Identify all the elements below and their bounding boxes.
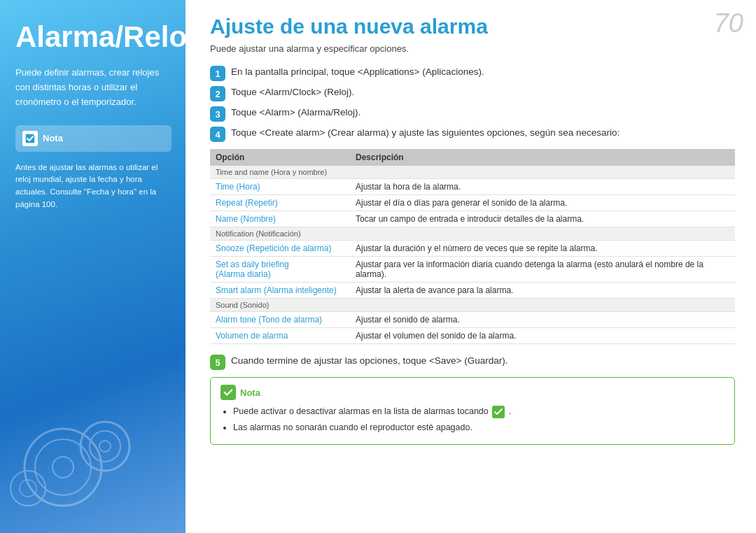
- step-num-4: 4: [210, 127, 225, 142]
- step-3: 3 Toque <Alarm> (Alarma/Reloj).: [210, 106, 735, 122]
- section-time-name: Time and name (Hora y nombre): [210, 166, 735, 179]
- main-nota-header: Nota: [220, 385, 724, 400]
- option-alarm-tone: Alarm tone (Tono de alarma): [210, 312, 350, 328]
- desc-volume: Ajustar el volumen del sonido de la alar…: [350, 328, 735, 344]
- step-1: 1 En la pantalla principal, toque <Appli…: [210, 65, 735, 81]
- option-time: Time (Hora): [210, 179, 350, 195]
- desc-repeat: Ajustar el día o días para generar el so…: [350, 195, 735, 211]
- toggle-icon: [492, 406, 505, 418]
- main-nota-items: Puede activar o desactivar alarmas en la…: [220, 405, 724, 434]
- sidebar-description: Puede definir alarmas, crear relojes con…: [15, 66, 172, 109]
- step-text-4: Toque <Create alarm> (Crear alarma) y aj…: [231, 126, 620, 140]
- nota-icon: [22, 131, 38, 146]
- option-volume: Volumen de alarma: [210, 328, 350, 344]
- step-text-5: Cuando termine de ajustar las opciones, …: [231, 354, 507, 368]
- section-notification: Notification (Notificación): [210, 227, 735, 241]
- section-notification-label: Notification (Notificación): [210, 227, 735, 241]
- desc-name: Tocar un campo de entrada e introducir d…: [350, 211, 735, 227]
- desc-snooze: Ajustar la duración y el número de veces…: [350, 241, 735, 257]
- nota-item-1: Puede activar o desactivar alarmas en la…: [233, 405, 724, 418]
- main-nota-icon: [220, 385, 236, 400]
- table-row: Smart alarm (Alarma inteligente) Ajustar…: [210, 283, 735, 299]
- desc-smart-alarm: Ajustar la alerta de avance para la alar…: [350, 283, 735, 299]
- table-row: Time (Hora) Ajustar la hora de la alarma…: [210, 179, 735, 195]
- table-row: Alarm tone (Tono de alarma) Ajustar el s…: [210, 312, 735, 328]
- main-subtitle: Puede ajustar una alarma y especificar o…: [210, 43, 735, 54]
- col-header-desc: Descripción: [350, 149, 735, 166]
- svg-point-2: [52, 457, 74, 478]
- step-4: 4 Toque <Create alarm> (Crear alarma) y …: [210, 126, 735, 142]
- section-sound: Sound (Sonido): [210, 299, 735, 312]
- steps-list: 1 En la pantalla principal, toque <Appli…: [210, 65, 735, 142]
- step-text-3: Toque <Alarm> (Alarma/Reloj).: [231, 106, 360, 120]
- step-num-5: 5: [210, 355, 225, 370]
- step-num-1: 1: [210, 66, 225, 81]
- step-5-list: 5 Cuando termine de ajustar las opciones…: [210, 354, 735, 370]
- main-title: Ajuste de una nueva alarma: [210, 14, 735, 39]
- sidebar-note-text: Antes de ajustar las alarmas o utilizar …: [15, 162, 172, 211]
- desc-time: Ajustar la hora de la alarma.: [350, 179, 735, 195]
- option-smart-alarm: Smart alarm (Alarma inteligente): [210, 283, 350, 299]
- daily-briefing-line2: (Alarma diaria): [216, 269, 271, 279]
- section-sound-label: Sound (Sonido): [210, 299, 735, 312]
- svg-point-1: [35, 439, 91, 495]
- page-number: 70: [714, 8, 743, 38]
- table-row: Name (Nombre) Tocar un campo de entrada …: [210, 211, 735, 227]
- main-nota-box: Nota Puede activar o desactivar alarmas …: [210, 377, 735, 445]
- section-time-name-label: Time and name (Hora y nombre): [210, 166, 735, 179]
- desc-daily-briefing: Ajustar para ver la información diaria c…: [350, 257, 735, 283]
- sidebar: Alarma/Reloj Puede definir alarmas, crea…: [0, 0, 186, 533]
- daily-briefing-line1: Set as daily briefing: [216, 260, 289, 269]
- options-table: Opción Descripción Time and name (Hora y…: [210, 149, 735, 344]
- main-content: 70 Ajuste de una nueva alarma Puede ajus…: [186, 0, 756, 533]
- option-repeat: Repeat (Repetir): [210, 195, 350, 211]
- nota-item-2: Las alarmas no sonarán cuando el reprodu…: [233, 421, 724, 434]
- table-row: Set as daily briefing (Alarma diaria) Aj…: [210, 257, 735, 283]
- svg-point-6: [10, 471, 46, 506]
- svg-point-5: [99, 441, 111, 452]
- table-row: Repeat (Repetir) Ajustar el día o días p…: [210, 195, 735, 211]
- option-daily-briefing: Set as daily briefing (Alarma diaria): [210, 257, 350, 283]
- decorative-gears: [7, 376, 147, 519]
- sidebar-nota-label: Nota: [43, 133, 63, 143]
- sidebar-nota-box: Nota: [15, 125, 172, 152]
- table-row: Volumen de alarma Ajustar el volumen del…: [210, 328, 735, 344]
- sidebar-title: Alarma/Reloj: [15, 21, 172, 53]
- desc-alarm-tone: Ajustar el sonido de alarma.: [350, 312, 735, 328]
- table-row: Snooze (Repetición de alarma) Ajustar la…: [210, 241, 735, 257]
- svg-point-0: [24, 429, 102, 506]
- nota-item-1-period: .: [509, 406, 511, 416]
- step-text-1: En la pantalla principal, toque <Applica…: [231, 65, 484, 79]
- main-nota-label: Nota: [240, 388, 260, 398]
- col-header-option: Opción: [210, 149, 350, 166]
- nota-item-1-text: Puede activar o desactivar alarmas en la…: [233, 406, 491, 416]
- option-name: Name (Nombre): [210, 211, 350, 227]
- step-2: 2 Toque <Alarm/Clock> (Reloj).: [210, 85, 735, 101]
- step-num-3: 3: [210, 106, 225, 122]
- step-text-2: Toque <Alarm/Clock> (Reloj).: [231, 85, 354, 99]
- step-5: 5 Cuando termine de ajustar las opciones…: [210, 354, 735, 370]
- option-snooze: Snooze (Repetición de alarma): [210, 241, 350, 257]
- step-num-2: 2: [210, 86, 225, 101]
- svg-point-3: [80, 422, 130, 471]
